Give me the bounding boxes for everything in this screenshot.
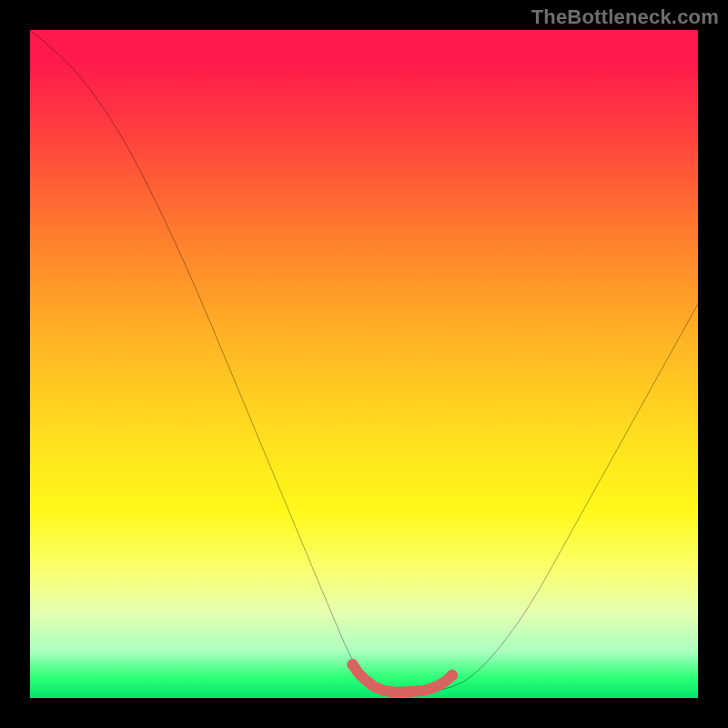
highlight-segment xyxy=(353,664,452,692)
watermark-text: TheBottleneck.com xyxy=(531,5,719,29)
chart-frame: TheBottleneck.com xyxy=(0,0,728,728)
curve-line xyxy=(30,30,698,693)
plot-area xyxy=(30,30,698,698)
highlight-end-dot xyxy=(347,659,358,670)
chart-svg xyxy=(30,30,698,698)
highlight-end-dot xyxy=(447,670,458,681)
